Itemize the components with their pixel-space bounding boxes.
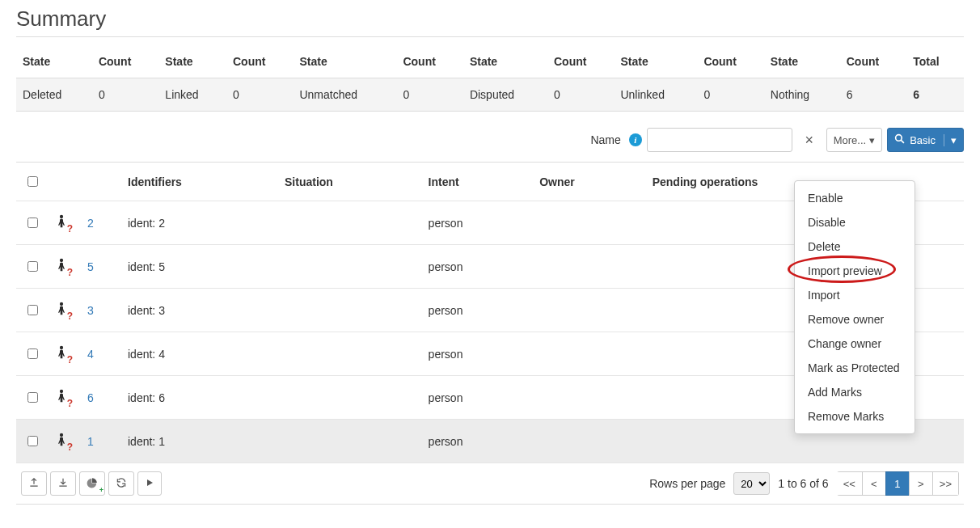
summary-header: Count (396, 45, 463, 78)
summary-header: State (158, 45, 226, 78)
column-identifiers[interactable]: Identifiers (121, 163, 278, 201)
summary-table: State Count State Count State Count Stat… (16, 45, 964, 112)
cell-situation (278, 332, 422, 376)
cell-identifier: ident: 5 (121, 245, 278, 289)
cell-situation (278, 289, 422, 332)
summary-cell: 0 (226, 78, 293, 112)
download-icon (57, 477, 69, 491)
row-id-link[interactable]: 4 (87, 348, 94, 361)
cell-actions (923, 376, 964, 420)
more-label: More... (834, 134, 866, 146)
cell-owner (533, 332, 645, 376)
person-unknown-icon: ? (55, 344, 70, 364)
summary-cell: Linked (158, 78, 226, 112)
name-filter-input[interactable] (647, 128, 792, 152)
row-checkbox[interactable] (27, 305, 38, 315)
refresh-button[interactable] (108, 471, 134, 496)
search-icon (894, 133, 905, 146)
cell-identifier: ident: 6 (121, 376, 278, 420)
pie-chart-icon (87, 477, 98, 491)
cell-actions (923, 245, 964, 289)
svg-line-1 (901, 140, 904, 143)
row-id-link[interactable]: 6 (87, 391, 94, 404)
cell-situation (278, 201, 422, 245)
import-button[interactable] (50, 471, 76, 496)
person-unknown-icon: ? (55, 213, 70, 233)
summary-cell: 6 (840, 78, 906, 112)
row-id-link[interactable]: 2 (87, 217, 94, 230)
row-id-link[interactable]: 3 (87, 304, 94, 317)
column-owner[interactable]: Owner (533, 163, 645, 201)
row-id-link[interactable]: 5 (87, 260, 94, 273)
cell-identifier: ident: 2 (121, 201, 278, 245)
svg-point-5 (60, 346, 63, 349)
pager-prev[interactable]: < (862, 471, 886, 496)
play-icon (145, 478, 154, 490)
plus-icon: + (99, 486, 103, 494)
menu-item-mark-as-protected[interactable]: Mark as Protected (795, 356, 915, 380)
menu-item-import-preview[interactable]: Import preview (795, 259, 915, 283)
clear-filter-button[interactable]: × (797, 128, 822, 152)
menu-item-add-marks[interactable]: Add Marks (795, 380, 915, 404)
row-checkbox[interactable] (27, 392, 38, 403)
export-button[interactable] (21, 471, 47, 496)
row-checkbox[interactable] (27, 436, 38, 446)
svg-point-3 (60, 259, 63, 262)
select-all-checkbox[interactable] (27, 176, 38, 187)
run-button[interactable] (137, 471, 162, 496)
refresh-icon (116, 477, 127, 491)
more-filters-button[interactable]: More... ▾ (826, 128, 882, 152)
person-unknown-icon: ? (55, 256, 70, 277)
summary-cell: 0 (92, 78, 158, 112)
info-icon[interactable]: i (629, 133, 642, 146)
summary-total: 6 (906, 78, 964, 112)
svg-point-4 (60, 302, 63, 306)
cell-intent: person (422, 376, 534, 420)
pager-first[interactable]: << (837, 471, 863, 496)
cell-owner (533, 245, 645, 289)
pager-next[interactable]: > (909, 471, 933, 496)
pager-last[interactable]: >> (932, 471, 959, 496)
summary-header: Count (547, 45, 614, 78)
row-id-link[interactable]: 1 (87, 435, 94, 448)
summary-cell: Disputed (463, 78, 547, 112)
menu-item-remove-marks[interactable]: Remove Marks (795, 404, 915, 429)
actions-dropdown: EnableDisableDeleteImport previewImportR… (794, 180, 915, 434)
cell-actions (923, 289, 964, 332)
summary-cell: 0 (547, 78, 614, 112)
row-checkbox[interactable] (27, 261, 38, 272)
upload-icon (28, 477, 40, 491)
row-checkbox[interactable] (27, 218, 38, 228)
rows-per-page-select[interactable]: 20 (733, 472, 770, 495)
menu-item-delete[interactable]: Delete (795, 234, 915, 259)
person-unknown-icon: ? (55, 300, 70, 320)
person-unknown-icon: ? (55, 431, 70, 451)
menu-item-import[interactable]: Import (795, 283, 915, 307)
cell-owner (533, 289, 645, 332)
pager-current[interactable]: 1 (885, 471, 910, 496)
basic-search-button[interactable]: Basic ▾ (887, 128, 964, 152)
column-situation[interactable]: Situation (278, 163, 422, 201)
chart-add-button[interactable]: + (79, 471, 105, 496)
summary-cell: Unmatched (293, 78, 396, 112)
close-icon: × (805, 132, 813, 149)
caret-down-icon: ▾ (944, 134, 957, 146)
svg-point-7 (60, 433, 63, 437)
cell-situation (278, 420, 422, 463)
cell-identifier: ident: 3 (121, 289, 278, 332)
summary-header: Count (226, 45, 293, 78)
cell-situation (278, 376, 422, 420)
menu-item-disable[interactable]: Disable (795, 210, 915, 234)
summary-header: Count (840, 45, 906, 78)
summary-header: State (614, 45, 697, 78)
svg-point-0 (896, 135, 902, 142)
menu-item-remove-owner[interactable]: Remove owner (795, 307, 915, 332)
menu-item-change-owner[interactable]: Change owner (795, 332, 915, 356)
column-intent[interactable]: Intent (422, 163, 534, 201)
summary-cell: Nothing (764, 78, 840, 112)
row-checkbox[interactable] (27, 348, 38, 359)
menu-item-enable[interactable]: Enable (795, 186, 915, 210)
cell-intent: person (422, 245, 534, 289)
cell-intent: person (422, 289, 534, 332)
footer-bar: + Rows per page 20 1 to 6 of 6 << < 1 > … (16, 463, 964, 505)
